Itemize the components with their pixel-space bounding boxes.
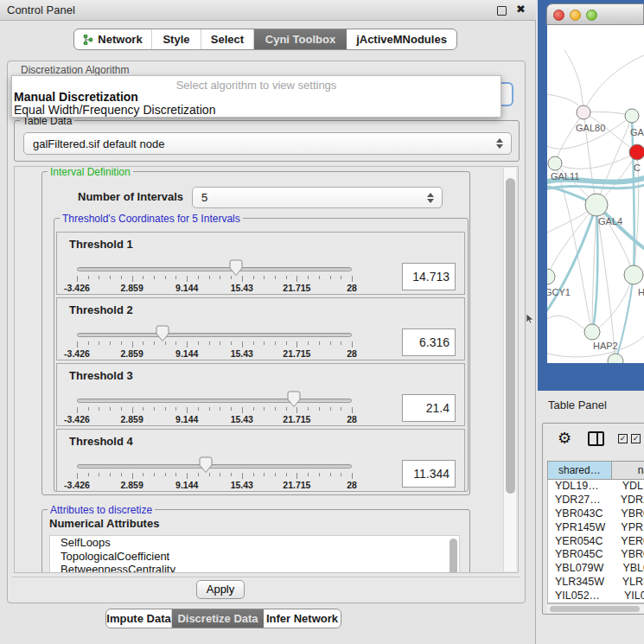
slider-tick [308,473,309,476]
column-header-name[interactable]: na [612,461,644,480]
algorithm-option-equal-width[interactable]: Equal Width/Frequency Discretization [12,104,501,117]
apply-button[interactable]: Apply [196,580,245,599]
gcy1-node[interactable] [547,269,555,284]
table-row[interactable]: YDL19…YDL1 [548,480,644,494]
tab-cyni-toolbox[interactable]: Cyni Toolbox [254,29,347,49]
tab-discretize-data[interactable]: Discretize Data [172,609,264,628]
threshold-slider-thumb[interactable] [229,259,243,277]
checkbox-icon[interactable]: ✓ [618,434,628,443]
attribute-list-item[interactable]: BetweennessCentrality [50,563,459,573]
table-hscrollbar-track[interactable] [547,603,644,613]
attribute-list-item[interactable]: SelfLoops [50,536,459,550]
threshold-slider-track[interactable] [77,333,352,337]
threshold-slider-thumb[interactable] [156,325,169,342]
threshold-box: Threshold 1-3.4262.8599.14415.4321.71528… [56,232,465,295]
checkbox-icon[interactable]: ✓ [631,434,641,443]
table-row[interactable]: YBR045CYBR0 [548,548,644,562]
main-scrollbar-thumb[interactable] [506,178,515,494]
threshold-value-field[interactable]: 21.4 [402,394,456,422]
attributes-group-label: Attributes to discretize [48,504,155,516]
slider-tick-label: 9.144 [175,414,198,424]
network-window-titlebar[interactable] [546,3,644,25]
table-row[interactable]: YLR345WYLR3 [548,576,644,590]
slider-tick-label: 9.144 [175,348,198,359]
threshold-slider-track[interactable] [77,464,352,469]
node-label: GCY1 [547,287,571,297]
close-icon[interactable]: ✖ [516,3,526,16]
table-row[interactable]: YBL079WYBL0 [548,562,644,576]
threshold-slider-track[interactable] [77,267,352,271]
table-row[interactable]: YPR145WYPR1 [548,521,644,535]
threshold-value-field[interactable]: 11.344 [402,460,456,488]
slider-tick [264,473,265,476]
red-node[interactable] [629,144,644,160]
settings-scroll-pane: Interval Definition Number of Intervals … [14,166,519,573]
tab-select[interactable]: Select [201,29,254,49]
slider-tick [132,407,133,413]
attributes-list-scrollbar[interactable] [450,539,457,573]
right-node[interactable] [624,265,643,284]
zoom-traffic-light[interactable] [586,10,597,21]
number-of-intervals-combo[interactable]: 5 [192,187,443,208]
slider-tick [143,473,143,476]
main-scrollbar-track[interactable] [503,168,516,571]
table-data-combo[interactable]: galFiltered.sif default node [23,132,512,155]
table-row[interactable]: YDR27…YDR2 [548,494,644,507]
slider-tick-label: 2.859 [120,414,143,424]
slider-tick [319,341,320,345]
tab-impute-data[interactable]: Impute Data [106,609,172,628]
gal80-node[interactable] [577,105,590,119]
combo-spinner-icon [424,193,437,203]
threshold-slider-thumb[interactable] [199,456,213,474]
close-traffic-light[interactable] [553,10,564,21]
column-header-shared-name[interactable]: shared… [547,461,612,480]
slider-tick [242,276,243,282]
gal4-node[interactable] [585,194,608,216]
algorithm-option-manual[interactable]: Manual Discretization [12,91,501,104]
slider-tick [220,473,220,476]
number-of-intervals-value: 5 [193,191,424,204]
panel-title: Control Panel [7,3,75,16]
slider-tick-label: 9.144 [175,283,198,293]
tab-style[interactable]: Style [152,29,201,49]
slider-tick [220,276,220,279]
hap2-node[interactable] [584,324,600,340]
table-data-combo-value: galFiltered.sif default node [24,137,494,150]
tab-infer-network[interactable]: Infer Network [264,609,341,628]
threshold-slider-thumb[interactable] [287,391,301,408]
float-window-icon[interactable] [497,6,507,16]
slider-tick [154,276,155,279]
tab-jactivemnodules[interactable]: jActiveMNodules [347,29,456,49]
gear-icon[interactable]: ⚙ [558,429,571,448]
threshold-value-field[interactable]: 6.316 [402,328,456,356]
table-row[interactable]: YIL052…YIL0 [548,590,644,603]
gal11-node[interactable] [548,156,562,170]
threshold-label: Threshold 3 [69,369,133,382]
attribute-list-item[interactable]: TopologicalCoefficient [50,550,459,564]
slider-tick [242,407,243,413]
slider-tick-label: -3.426 [64,348,90,359]
slider-tick-label: 9.144 [175,480,198,490]
top-right-node[interactable] [625,109,639,123]
table-hscrollbar-thumb[interactable] [550,606,640,612]
minimize-traffic-light[interactable] [570,10,581,21]
slider-tick [132,276,133,282]
bottom-node[interactable] [608,354,623,363]
table-row[interactable]: YBR043CYBR0 [548,507,644,521]
slider-tick [175,276,176,279]
slider-tick [264,407,265,411]
tab-network[interactable]: Network [74,29,152,49]
network-canvas[interactable]: GAL80GACGAL11GAL4GCY1HHAP2 [547,25,644,363]
threshold-slider-track[interactable] [77,399,352,403]
threshold-value-field[interactable]: 14.713 [402,263,456,290]
table-row[interactable]: YER054CYER0 [548,535,644,549]
cell-name: YDR2 [610,494,644,507]
slider-tick [187,407,188,413]
column-layout-icon[interactable] [588,431,604,446]
slider-tick [242,341,243,348]
slider-tick [286,341,287,345]
slider-tick-label: 28 [347,414,357,424]
cell-name: YBR0 [610,507,644,521]
slider-tick [319,473,320,476]
slider-tick [253,341,254,345]
